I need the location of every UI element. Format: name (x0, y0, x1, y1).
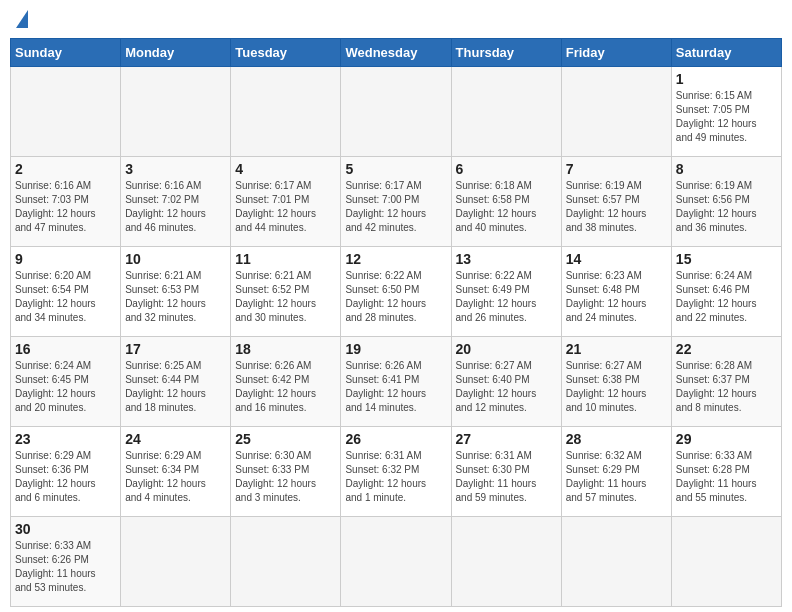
day-number: 20 (456, 341, 557, 357)
day-info: Sunrise: 6:21 AMSunset: 6:52 PMDaylight:… (235, 269, 336, 325)
calendar-cell: 30 Sunrise: 6:33 AMSunset: 6:26 PMDaylig… (11, 517, 121, 607)
calendar-week-row: 2 Sunrise: 6:16 AMSunset: 7:03 PMDayligh… (11, 157, 782, 247)
calendar-cell: 21 Sunrise: 6:27 AMSunset: 6:38 PMDaylig… (561, 337, 671, 427)
logo (14, 10, 28, 30)
day-info: Sunrise: 6:19 AMSunset: 6:56 PMDaylight:… (676, 179, 777, 235)
day-info: Sunrise: 6:29 AMSunset: 6:34 PMDaylight:… (125, 449, 226, 505)
day-number: 8 (676, 161, 777, 177)
day-number: 15 (676, 251, 777, 267)
day-info: Sunrise: 6:31 AMSunset: 6:30 PMDaylight:… (456, 449, 557, 505)
calendar-cell: 9 Sunrise: 6:20 AMSunset: 6:54 PMDayligh… (11, 247, 121, 337)
day-number: 21 (566, 341, 667, 357)
day-info: Sunrise: 6:15 AMSunset: 7:05 PMDaylight:… (676, 89, 777, 145)
day-info: Sunrise: 6:30 AMSunset: 6:33 PMDaylight:… (235, 449, 336, 505)
calendar-cell: 15 Sunrise: 6:24 AMSunset: 6:46 PMDaylig… (671, 247, 781, 337)
day-info: Sunrise: 6:19 AMSunset: 6:57 PMDaylight:… (566, 179, 667, 235)
day-info: Sunrise: 6:28 AMSunset: 6:37 PMDaylight:… (676, 359, 777, 415)
day-number: 4 (235, 161, 336, 177)
calendar-cell (11, 67, 121, 157)
day-info: Sunrise: 6:16 AMSunset: 7:02 PMDaylight:… (125, 179, 226, 235)
day-info: Sunrise: 6:24 AMSunset: 6:46 PMDaylight:… (676, 269, 777, 325)
calendar-week-row: 16 Sunrise: 6:24 AMSunset: 6:45 PMDaylig… (11, 337, 782, 427)
day-info: Sunrise: 6:18 AMSunset: 6:58 PMDaylight:… (456, 179, 557, 235)
calendar-cell (451, 67, 561, 157)
calendar-cell: 3 Sunrise: 6:16 AMSunset: 7:02 PMDayligh… (121, 157, 231, 247)
day-info: Sunrise: 6:21 AMSunset: 6:53 PMDaylight:… (125, 269, 226, 325)
calendar-cell: 6 Sunrise: 6:18 AMSunset: 6:58 PMDayligh… (451, 157, 561, 247)
calendar-cell: 4 Sunrise: 6:17 AMSunset: 7:01 PMDayligh… (231, 157, 341, 247)
day-number: 3 (125, 161, 226, 177)
day-number: 23 (15, 431, 116, 447)
calendar-week-row: 9 Sunrise: 6:20 AMSunset: 6:54 PMDayligh… (11, 247, 782, 337)
day-info: Sunrise: 6:16 AMSunset: 7:03 PMDaylight:… (15, 179, 116, 235)
calendar-cell: 8 Sunrise: 6:19 AMSunset: 6:56 PMDayligh… (671, 157, 781, 247)
day-number: 14 (566, 251, 667, 267)
calendar-cell (231, 517, 341, 607)
calendar-cell: 24 Sunrise: 6:29 AMSunset: 6:34 PMDaylig… (121, 427, 231, 517)
calendar-header-saturday: Saturday (671, 39, 781, 67)
day-info: Sunrise: 6:20 AMSunset: 6:54 PMDaylight:… (15, 269, 116, 325)
day-number: 5 (345, 161, 446, 177)
day-number: 30 (15, 521, 116, 537)
calendar-cell: 5 Sunrise: 6:17 AMSunset: 7:00 PMDayligh… (341, 157, 451, 247)
day-number: 12 (345, 251, 446, 267)
day-number: 24 (125, 431, 226, 447)
day-info: Sunrise: 6:23 AMSunset: 6:48 PMDaylight:… (566, 269, 667, 325)
logo-triangle-icon (16, 10, 28, 28)
calendar-header-friday: Friday (561, 39, 671, 67)
day-number: 27 (456, 431, 557, 447)
calendar-cell: 18 Sunrise: 6:26 AMSunset: 6:42 PMDaylig… (231, 337, 341, 427)
day-info: Sunrise: 6:33 AMSunset: 6:28 PMDaylight:… (676, 449, 777, 505)
day-number: 25 (235, 431, 336, 447)
page-header (10, 10, 782, 30)
day-info: Sunrise: 6:22 AMSunset: 6:49 PMDaylight:… (456, 269, 557, 325)
calendar-cell: 28 Sunrise: 6:32 AMSunset: 6:29 PMDaylig… (561, 427, 671, 517)
calendar-cell: 20 Sunrise: 6:27 AMSunset: 6:40 PMDaylig… (451, 337, 561, 427)
day-info: Sunrise: 6:26 AMSunset: 6:42 PMDaylight:… (235, 359, 336, 415)
calendar-cell: 2 Sunrise: 6:16 AMSunset: 7:03 PMDayligh… (11, 157, 121, 247)
day-number: 26 (345, 431, 446, 447)
calendar-week-row: 1 Sunrise: 6:15 AMSunset: 7:05 PMDayligh… (11, 67, 782, 157)
day-info: Sunrise: 6:22 AMSunset: 6:50 PMDaylight:… (345, 269, 446, 325)
calendar-cell: 13 Sunrise: 6:22 AMSunset: 6:49 PMDaylig… (451, 247, 561, 337)
calendar-cell (451, 517, 561, 607)
calendar-header-monday: Monday (121, 39, 231, 67)
calendar-cell: 29 Sunrise: 6:33 AMSunset: 6:28 PMDaylig… (671, 427, 781, 517)
calendar-cell (341, 67, 451, 157)
day-number: 29 (676, 431, 777, 447)
calendar-header-sunday: Sunday (11, 39, 121, 67)
day-info: Sunrise: 6:33 AMSunset: 6:26 PMDaylight:… (15, 539, 116, 595)
calendar-cell: 26 Sunrise: 6:31 AMSunset: 6:32 PMDaylig… (341, 427, 451, 517)
calendar-cell: 27 Sunrise: 6:31 AMSunset: 6:30 PMDaylig… (451, 427, 561, 517)
calendar-cell (231, 67, 341, 157)
calendar-header-row: SundayMondayTuesdayWednesdayThursdayFrid… (11, 39, 782, 67)
calendar-cell: 17 Sunrise: 6:25 AMSunset: 6:44 PMDaylig… (121, 337, 231, 427)
day-number: 18 (235, 341, 336, 357)
calendar-cell: 22 Sunrise: 6:28 AMSunset: 6:37 PMDaylig… (671, 337, 781, 427)
day-info: Sunrise: 6:17 AMSunset: 7:00 PMDaylight:… (345, 179, 446, 235)
calendar-cell (671, 517, 781, 607)
calendar-cell: 23 Sunrise: 6:29 AMSunset: 6:36 PMDaylig… (11, 427, 121, 517)
day-info: Sunrise: 6:25 AMSunset: 6:44 PMDaylight:… (125, 359, 226, 415)
day-number: 28 (566, 431, 667, 447)
day-number: 19 (345, 341, 446, 357)
day-info: Sunrise: 6:31 AMSunset: 6:32 PMDaylight:… (345, 449, 446, 505)
day-number: 2 (15, 161, 116, 177)
calendar-cell: 10 Sunrise: 6:21 AMSunset: 6:53 PMDaylig… (121, 247, 231, 337)
day-info: Sunrise: 6:27 AMSunset: 6:40 PMDaylight:… (456, 359, 557, 415)
calendar-cell: 11 Sunrise: 6:21 AMSunset: 6:52 PMDaylig… (231, 247, 341, 337)
day-info: Sunrise: 6:27 AMSunset: 6:38 PMDaylight:… (566, 359, 667, 415)
day-number: 11 (235, 251, 336, 267)
calendar-cell: 7 Sunrise: 6:19 AMSunset: 6:57 PMDayligh… (561, 157, 671, 247)
day-info: Sunrise: 6:29 AMSunset: 6:36 PMDaylight:… (15, 449, 116, 505)
calendar-header-wednesday: Wednesday (341, 39, 451, 67)
calendar-cell (341, 517, 451, 607)
day-number: 1 (676, 71, 777, 87)
day-info: Sunrise: 6:26 AMSunset: 6:41 PMDaylight:… (345, 359, 446, 415)
day-number: 9 (15, 251, 116, 267)
calendar-cell: 16 Sunrise: 6:24 AMSunset: 6:45 PMDaylig… (11, 337, 121, 427)
day-number: 13 (456, 251, 557, 267)
calendar-cell: 25 Sunrise: 6:30 AMSunset: 6:33 PMDaylig… (231, 427, 341, 517)
calendar-week-row: 23 Sunrise: 6:29 AMSunset: 6:36 PMDaylig… (11, 427, 782, 517)
calendar-cell: 1 Sunrise: 6:15 AMSunset: 7:05 PMDayligh… (671, 67, 781, 157)
